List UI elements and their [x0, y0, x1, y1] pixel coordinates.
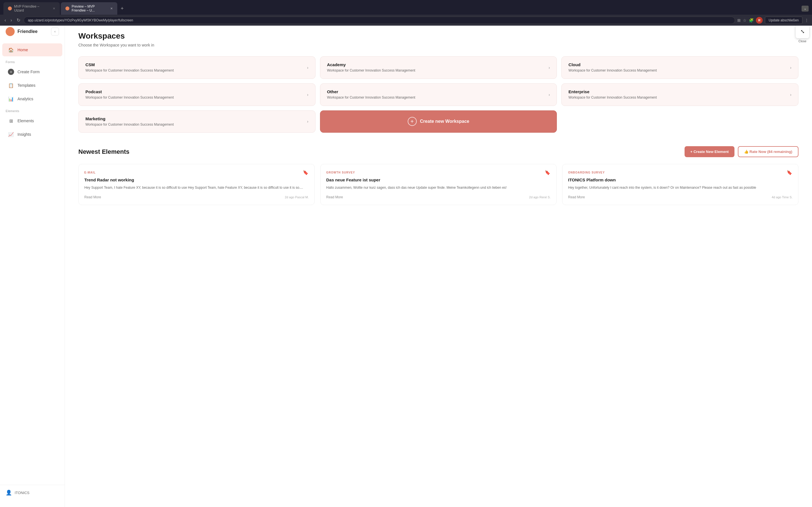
element-author-name-2: René S.	[539, 195, 551, 199]
close-label: Close	[799, 40, 806, 43]
forward-button[interactable]: ›	[9, 17, 13, 24]
workspace-arrow-podcast: ›	[307, 93, 308, 97]
element-card-3: ONBOARDING SURVEY 🔖 ITONICS Platform dow…	[562, 164, 799, 205]
element-author-name-3: Time S.	[782, 195, 793, 199]
elements-icon: ⊞	[8, 118, 14, 124]
reload-button[interactable]: ↻	[15, 16, 21, 24]
workspace-card-marketing[interactable]: Marketing Workspace for Customer Innovat…	[79, 110, 315, 133]
main-content: Workspaces Choose the Workspace you want…	[65, 20, 812, 507]
workspace-card-csm[interactable]: CSM Workspace for Customer Innovation Su…	[79, 56, 315, 79]
translate-icon[interactable]: ⊞	[737, 18, 741, 22]
back-button[interactable]: ‹	[3, 17, 7, 24]
menu-icon[interactable]: ⋮	[805, 18, 809, 22]
element-type-label-2: GROWTH SURVEY	[326, 171, 355, 174]
sidebar-label-create-form: Create Form	[17, 69, 40, 74]
tab-expand-button[interactable]: ⌄	[802, 6, 809, 11]
close-box-button[interactable]: ⤡	[796, 25, 809, 38]
create-workspace-label: Create new Workspace	[420, 119, 469, 124]
sidebar-item-home[interactable]: 🏠 Home	[2, 43, 62, 56]
sidebar-item-create-form[interactable]: + Create Form	[2, 65, 62, 78]
star-icon[interactable]: ☆	[743, 18, 747, 22]
elements-section-label: Elements	[0, 106, 64, 114]
workspace-info-marketing: Marketing Workspace for Customer Innovat…	[86, 116, 174, 127]
tab-favicon-2	[65, 6, 69, 10]
workspace-name-podcast: Podcast	[86, 89, 174, 94]
forms-section-label: Forms	[0, 57, 64, 65]
sidebar-toggle-button[interactable]: ‹	[51, 27, 59, 36]
sidebar-item-elements[interactable]: ⊞ Elements	[2, 114, 62, 127]
sidebar-label-templates: Templates	[17, 83, 36, 88]
tab-close-1[interactable]: ✕	[53, 7, 55, 10]
workspace-desc-academy: Workspace for Customer Innovation Succes…	[327, 68, 415, 73]
workspace-card-academy[interactable]: Academy Workspace for Customer Innovatio…	[320, 56, 557, 79]
workspace-name-enterprise: Enterprise	[568, 89, 657, 94]
sidebar-nav: 🏠 Home Forms + Create Form 📋 Templates 📊…	[0, 43, 64, 485]
element-author-name-1: Pascal M.	[295, 195, 309, 199]
element-body-2: Hallo zusammen, Wollte nur kurz sagen, d…	[326, 185, 551, 190]
read-more-3[interactable]: Read More	[568, 195, 585, 199]
close-overlay: ⤡ Close	[796, 25, 809, 43]
bookmark-icon-3[interactable]: 🔖	[786, 170, 793, 175]
url-text: app.uizard.io/prototypes/YOzPxy9GyWf3KYB…	[28, 18, 133, 22]
workspace-name-academy: Academy	[327, 62, 415, 67]
element-title-2: Das neue Feature ist super	[326, 177, 551, 182]
tab-2[interactable]: Preview – MVP Friendlee – U... ✕	[61, 2, 117, 15]
element-title-1: Trend Radar not working	[84, 177, 309, 182]
tab-close-2[interactable]: ✕	[110, 7, 113, 10]
element-footer-2: Read More 2d ago René S.	[326, 195, 551, 199]
element-body-3: Hey together, Unfortunately I cant reach…	[568, 185, 793, 190]
workspace-grid: CSM Workspace for Customer Innovation Su…	[79, 56, 799, 133]
workspace-name-csm: CSM	[86, 62, 174, 67]
workspace-card-podcast[interactable]: Podcast Workspace for Customer Innovatio…	[79, 83, 315, 106]
elements-grid: E-MAIL 🔖 Trend Radar not working Hey Sup…	[79, 164, 799, 205]
bookmark-icon-1[interactable]: 🔖	[303, 170, 309, 175]
rate-now-button[interactable]: 👍 Rate Now (84 remaining)	[738, 146, 799, 157]
element-footer-3: Read More 4d ago Time S.	[568, 195, 793, 199]
address-bar: ‹ › ↻ app.uizard.io/prototypes/YOzPxy9Gy…	[0, 15, 812, 25]
element-time-2: 2d ago	[529, 195, 539, 199]
sidebar-item-insights[interactable]: 📈 Insights	[2, 128, 62, 141]
sidebar-label-elements: Elements	[17, 119, 34, 123]
workspace-card-other[interactable]: Other Workspace for Customer Innovation …	[320, 83, 557, 106]
read-more-1[interactable]: Read More	[84, 195, 101, 199]
sidebar-item-templates[interactable]: 📋 Templates	[2, 79, 62, 92]
element-footer-1: Read More 2d ago Pascal M.	[84, 195, 309, 199]
workspace-card-enterprise[interactable]: Enterprise Workspace for Customer Innova…	[561, 83, 799, 106]
element-card-2: GROWTH SURVEY 🔖 Das neue Feature ist sup…	[320, 164, 557, 205]
addr-icons: ⊞ ☆ 🧩 R Update abschließen ⋮	[737, 17, 809, 24]
bookmark-icon-2[interactable]: 🔖	[545, 170, 551, 175]
element-meta-3: 4d ago Time S.	[772, 195, 793, 199]
workspace-card-cloud[interactable]: Cloud Workspace for Customer Innovation …	[561, 56, 799, 79]
workspace-desc-other: Workspace for Customer Innovation Succes…	[327, 95, 415, 100]
sidebar-item-analytics[interactable]: 📊 Analytics	[2, 93, 62, 105]
workspace-name-cloud: Cloud	[568, 62, 657, 67]
fullscreen-icon: ⤡	[801, 29, 805, 35]
element-body-1: Hey Support Team, I hate Feature XY, bec…	[84, 185, 309, 190]
page-subtitle: Choose the Workspace you want to work in	[79, 43, 799, 47]
new-tab-button[interactable]: +	[118, 4, 126, 13]
user-icon: 👤	[6, 490, 12, 496]
newest-elements-title: Newest Elements	[79, 148, 130, 156]
workspace-info-csm: CSM Workspace for Customer Innovation Su…	[86, 62, 174, 73]
read-more-2[interactable]: Read More	[326, 195, 343, 199]
user-avatar[interactable]: R	[756, 17, 763, 24]
workspace-info-cloud: Cloud Workspace for Customer Innovation …	[568, 62, 657, 73]
extensions-icon[interactable]: 🧩	[749, 18, 754, 22]
insights-icon: 📈	[8, 131, 14, 137]
element-type-label-1: E-MAIL	[84, 171, 96, 174]
workspace-desc-enterprise: Workspace for Customer Innovation Succes…	[568, 95, 657, 100]
sidebar: Friendlee ‹ 🏠 Home Forms + Create Form 📋…	[0, 20, 65, 507]
logo-text: Friendlee	[17, 29, 38, 34]
workspace-desc-marketing: Workspace for Customer Innovation Succes…	[86, 122, 174, 127]
tab-1[interactable]: MVP Friendlee – Uizard ✕	[3, 2, 60, 15]
workspace-desc-cloud: Workspace for Customer Innovation Succes…	[568, 68, 657, 73]
workspace-arrow-marketing: ›	[307, 119, 308, 124]
app-container: Friendlee ‹ 🏠 Home Forms + Create Form 📋…	[0, 20, 812, 507]
create-element-button[interactable]: + Create New Element	[684, 146, 734, 157]
url-box[interactable]: app.uizard.io/prototypes/YOzPxy9GyWf3KYB…	[24, 17, 735, 24]
sidebar-logo: Friendlee ‹	[0, 27, 64, 43]
update-button[interactable]: Update abschließen	[765, 17, 802, 24]
workspace-arrow-other: ›	[549, 93, 550, 97]
create-workspace-card[interactable]: + Create new Workspace	[320, 110, 557, 133]
create-form-icon: +	[8, 69, 14, 75]
